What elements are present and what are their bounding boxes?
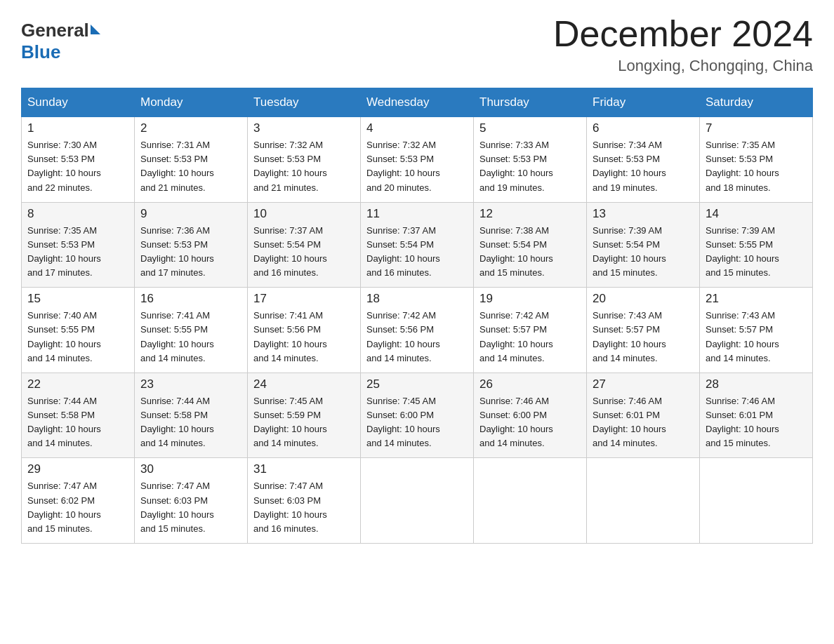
day-detail: Sunrise: 7:38 AM Sunset: 5:54 PM Dayligh… <box>479 224 581 281</box>
day-cell <box>474 458 587 544</box>
day-number: 28 <box>706 377 807 391</box>
day-cell: 2 Sunrise: 7:31 AM Sunset: 5:53 PM Dayli… <box>135 117 248 203</box>
day-cell: 23 Sunrise: 7:44 AM Sunset: 5:58 PM Dayl… <box>135 373 248 458</box>
day-number: 24 <box>253 377 355 391</box>
header-sunday: Sunday <box>22 88 135 117</box>
day-cell: 1 Sunrise: 7:30 AM Sunset: 5:53 PM Dayli… <box>22 117 135 203</box>
day-detail: Sunrise: 7:39 AM Sunset: 5:55 PM Dayligh… <box>706 224 807 281</box>
day-cell: 13 Sunrise: 7:39 AM Sunset: 5:54 PM Dayl… <box>587 202 700 288</box>
logo: General Blue <box>21 20 100 63</box>
day-detail: Sunrise: 7:31 AM Sunset: 5:53 PM Dayligh… <box>140 138 241 195</box>
day-detail: Sunrise: 7:40 AM Sunset: 5:55 PM Dayligh… <box>27 309 128 365</box>
day-cell: 26 Sunrise: 7:46 AM Sunset: 6:00 PM Dayl… <box>474 373 587 458</box>
day-cell: 20 Sunrise: 7:43 AM Sunset: 5:57 PM Dayl… <box>587 288 700 373</box>
day-number: 30 <box>140 462 241 476</box>
header-wednesday: Wednesday <box>361 88 474 117</box>
day-detail: Sunrise: 7:33 AM Sunset: 5:53 PM Dayligh… <box>479 138 581 195</box>
day-cell: 27 Sunrise: 7:46 AM Sunset: 6:01 PM Dayl… <box>587 373 700 458</box>
day-detail: Sunrise: 7:44 AM Sunset: 5:58 PM Dayligh… <box>140 394 241 451</box>
day-cell <box>587 458 700 544</box>
day-cell: 7 Sunrise: 7:35 AM Sunset: 5:53 PM Dayli… <box>700 117 813 203</box>
header-row: SundayMondayTuesdayWednesdayThursdayFrid… <box>22 88 813 117</box>
day-detail: Sunrise: 7:47 AM Sunset: 6:03 PM Dayligh… <box>140 479 241 536</box>
day-cell: 14 Sunrise: 7:39 AM Sunset: 5:55 PM Dayl… <box>700 202 813 288</box>
day-detail: Sunrise: 7:32 AM Sunset: 5:53 PM Dayligh… <box>253 138 355 195</box>
day-detail: Sunrise: 7:44 AM Sunset: 5:58 PM Dayligh… <box>27 394 128 451</box>
day-detail: Sunrise: 7:45 AM Sunset: 5:59 PM Dayligh… <box>253 394 355 451</box>
day-number: 23 <box>140 377 241 391</box>
day-number: 3 <box>253 121 355 135</box>
header-monday: Monday <box>135 88 248 117</box>
month-title: December 2024 <box>553 14 813 54</box>
calendar-body: 1 Sunrise: 7:30 AM Sunset: 5:53 PM Dayli… <box>22 117 813 544</box>
day-cell: 22 Sunrise: 7:44 AM Sunset: 5:58 PM Dayl… <box>22 373 135 458</box>
day-number: 1 <box>27 121 128 135</box>
day-detail: Sunrise: 7:36 AM Sunset: 5:53 PM Dayligh… <box>140 224 241 281</box>
day-detail: Sunrise: 7:46 AM Sunset: 6:00 PM Dayligh… <box>479 394 581 451</box>
day-number: 31 <box>253 462 355 476</box>
day-number: 2 <box>140 121 241 135</box>
day-number: 19 <box>479 292 581 306</box>
header-right: December 2024 Longxing, Chongqing, China <box>553 14 813 75</box>
day-number: 17 <box>253 292 355 306</box>
day-number: 11 <box>366 207 468 221</box>
day-number: 7 <box>706 121 807 135</box>
day-number: 20 <box>593 292 694 306</box>
calendar-header: SundayMondayTuesdayWednesdayThursdayFrid… <box>22 88 813 117</box>
day-number: 29 <box>27 462 128 476</box>
day-cell: 3 Sunrise: 7:32 AM Sunset: 5:53 PM Dayli… <box>248 117 361 203</box>
day-detail: Sunrise: 7:46 AM Sunset: 6:01 PM Dayligh… <box>593 394 694 451</box>
day-detail: Sunrise: 7:35 AM Sunset: 5:53 PM Dayligh… <box>27 224 128 281</box>
header-saturday: Saturday <box>700 88 813 117</box>
day-detail: Sunrise: 7:39 AM Sunset: 5:54 PM Dayligh… <box>593 224 694 281</box>
day-number: 27 <box>593 377 694 391</box>
day-number: 13 <box>593 207 694 221</box>
day-number: 4 <box>366 121 468 135</box>
day-detail: Sunrise: 7:43 AM Sunset: 5:57 PM Dayligh… <box>706 309 807 365</box>
day-number: 18 <box>366 292 468 306</box>
day-detail: Sunrise: 7:37 AM Sunset: 5:54 PM Dayligh… <box>253 224 355 281</box>
day-cell: 21 Sunrise: 7:43 AM Sunset: 5:57 PM Dayl… <box>700 288 813 373</box>
day-detail: Sunrise: 7:30 AM Sunset: 5:53 PM Dayligh… <box>27 138 128 195</box>
day-detail: Sunrise: 7:46 AM Sunset: 6:01 PM Dayligh… <box>706 394 807 451</box>
day-number: 12 <box>479 207 581 221</box>
day-cell: 25 Sunrise: 7:45 AM Sunset: 6:00 PM Dayl… <box>361 373 474 458</box>
header-friday: Friday <box>587 88 700 117</box>
day-number: 5 <box>479 121 581 135</box>
day-cell <box>361 458 474 544</box>
day-cell: 5 Sunrise: 7:33 AM Sunset: 5:53 PM Dayli… <box>474 117 587 203</box>
day-detail: Sunrise: 7:42 AM Sunset: 5:57 PM Dayligh… <box>479 309 581 365</box>
day-number: 15 <box>27 292 128 306</box>
day-cell: 12 Sunrise: 7:38 AM Sunset: 5:54 PM Dayl… <box>474 202 587 288</box>
day-number: 8 <box>27 207 128 221</box>
day-detail: Sunrise: 7:37 AM Sunset: 5:54 PM Dayligh… <box>366 224 468 281</box>
day-cell: 9 Sunrise: 7:36 AM Sunset: 5:53 PM Dayli… <box>135 202 248 288</box>
week-row-5: 29 Sunrise: 7:47 AM Sunset: 6:02 PM Dayl… <box>22 458 813 544</box>
day-detail: Sunrise: 7:47 AM Sunset: 6:02 PM Dayligh… <box>27 479 128 536</box>
day-number: 10 <box>253 207 355 221</box>
day-number: 26 <box>479 377 581 391</box>
day-number: 16 <box>140 292 241 306</box>
week-row-4: 22 Sunrise: 7:44 AM Sunset: 5:58 PM Dayl… <box>22 373 813 458</box>
day-cell: 30 Sunrise: 7:47 AM Sunset: 6:03 PM Dayl… <box>135 458 248 544</box>
day-cell: 8 Sunrise: 7:35 AM Sunset: 5:53 PM Dayli… <box>22 202 135 288</box>
day-detail: Sunrise: 7:45 AM Sunset: 6:00 PM Dayligh… <box>366 394 468 451</box>
day-detail: Sunrise: 7:42 AM Sunset: 5:56 PM Dayligh… <box>366 309 468 365</box>
day-detail: Sunrise: 7:43 AM Sunset: 5:57 PM Dayligh… <box>593 309 694 365</box>
day-number: 25 <box>366 377 468 391</box>
week-row-2: 8 Sunrise: 7:35 AM Sunset: 5:53 PM Dayli… <box>22 202 813 288</box>
day-cell: 6 Sunrise: 7:34 AM Sunset: 5:53 PM Dayli… <box>587 117 700 203</box>
header-tuesday: Tuesday <box>248 88 361 117</box>
day-cell: 18 Sunrise: 7:42 AM Sunset: 5:56 PM Dayl… <box>361 288 474 373</box>
day-detail: Sunrise: 7:35 AM Sunset: 5:53 PM Dayligh… <box>706 138 807 195</box>
day-detail: Sunrise: 7:41 AM Sunset: 5:55 PM Dayligh… <box>140 309 241 365</box>
logo-blue-text: Blue <box>21 41 60 63</box>
logo-triangle-icon <box>91 25 100 34</box>
location-title: Longxing, Chongqing, China <box>553 57 813 75</box>
day-cell <box>700 458 813 544</box>
day-cell: 19 Sunrise: 7:42 AM Sunset: 5:57 PM Dayl… <box>474 288 587 373</box>
day-number: 21 <box>706 292 807 306</box>
day-number: 22 <box>27 377 128 391</box>
day-detail: Sunrise: 7:32 AM Sunset: 5:53 PM Dayligh… <box>366 138 468 195</box>
day-cell: 28 Sunrise: 7:46 AM Sunset: 6:01 PM Dayl… <box>700 373 813 458</box>
